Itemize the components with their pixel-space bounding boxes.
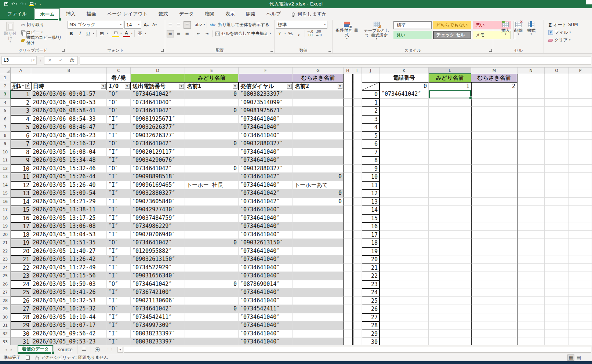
- cell-J29[interactable]: 26: [362, 305, 379, 313]
- confirm-entry-icon[interactable]: ✓: [59, 58, 62, 63]
- cell-G23[interactable]: [293, 255, 344, 264]
- cell-I7[interactable]: [352, 123, 362, 132]
- cell-D1[interactable]: [131, 74, 185, 82]
- cell-O12[interactable]: [545, 165, 569, 173]
- cell-I9[interactable]: [352, 140, 362, 148]
- cell-F13[interactable]: ″0734641042″: [239, 173, 293, 181]
- cell-D18[interactable]: ″09037484759″: [131, 214, 185, 223]
- cell-E6[interactable]: [185, 115, 239, 124]
- cell-O31[interactable]: [545, 321, 569, 330]
- col-header-E[interactable]: E: [185, 68, 239, 74]
- col-header-P[interactable]: P: [569, 68, 592, 74]
- cell-H14[interactable]: [344, 181, 352, 190]
- cell-B8[interactable]: 2026/03/06_08:46-23: [31, 132, 107, 140]
- cell-M25[interactable]: [471, 272, 517, 280]
- filter-dropdown-icon[interactable]: ▼: [25, 84, 30, 89]
- cell-P6[interactable]: [569, 115, 592, 124]
- cell-G9[interactable]: [293, 140, 344, 148]
- col-header-J[interactable]: J: [362, 68, 379, 74]
- cell-A5[interactable]: 3: [11, 107, 31, 115]
- cell-E33[interactable]: [185, 338, 239, 345]
- cell-O22[interactable]: [545, 247, 569, 256]
- cell-G17[interactable]: [293, 206, 344, 214]
- cell-N1[interactable]: [517, 74, 545, 82]
- cell-J21[interactable]: 18: [362, 239, 379, 247]
- cell-G19[interactable]: [293, 222, 344, 231]
- cell-L18[interactable]: [429, 214, 471, 223]
- cell-G1[interactable]: むらさき名前: [293, 74, 344, 82]
- cell-P15[interactable]: [569, 189, 592, 198]
- cell-H21[interactable]: [344, 239, 352, 247]
- cell-B31[interactable]: 2026/03/05_10:07-17: [31, 321, 107, 330]
- cell-O33[interactable]: [545, 338, 569, 345]
- shrink-font-button[interactable]: A▾: [151, 21, 158, 29]
- row-header-15[interactable]: 15: [0, 189, 11, 198]
- cell-A18[interactable]: 16: [11, 214, 31, 223]
- dialog-launcher-icon[interactable]: [270, 49, 273, 52]
- row-header-23[interactable]: 23: [0, 255, 11, 264]
- cell-K6[interactable]: [379, 115, 429, 124]
- cell-A17[interactable]: 15: [11, 206, 31, 214]
- cell-F8[interactable]: ″0734641040″: [239, 132, 293, 140]
- cell-K13[interactable]: [379, 173, 429, 181]
- cell-K15[interactable]: [379, 189, 429, 198]
- row-header-7[interactable]: 7: [0, 123, 11, 132]
- prev-sheet-icon[interactable]: ◂: [5, 347, 7, 352]
- percent-style-button[interactable]: %: [287, 30, 294, 37]
- cell-G24[interactable]: [293, 264, 344, 272]
- cell-O4[interactable]: [545, 99, 569, 107]
- cell-F22[interactable]: ″0734641040″: [239, 247, 293, 256]
- cell-H19[interactable]: [344, 222, 352, 231]
- row-header-5[interactable]: 5: [0, 107, 11, 115]
- cell-I16[interactable]: [352, 198, 362, 206]
- cell-H6[interactable]: [344, 115, 352, 124]
- cell-A6[interactable]: 4: [11, 115, 31, 124]
- font-name-combo[interactable]: MS ゴシック▾: [68, 21, 123, 29]
- page-layout-view-icon[interactable]: ▤: [577, 355, 581, 360]
- cell-L8[interactable]: [429, 132, 471, 140]
- cell-K20[interactable]: [379, 231, 429, 239]
- cell-M30[interactable]: [471, 313, 517, 322]
- delete-cells-button[interactable]: ✕ 削除 ▾: [513, 21, 524, 36]
- col-header-D[interactable]: D: [131, 68, 185, 74]
- cell-D7[interactable]: ″09032626377″: [131, 123, 185, 132]
- cell-A1[interactable]: [11, 74, 31, 82]
- cell-L19[interactable]: [429, 222, 471, 231]
- cell-B9[interactable]: 2026/03/05_17:16-32: [31, 140, 107, 148]
- cell-B10[interactable]: 2026/03/05_16:08-04: [31, 148, 107, 157]
- cell-J3[interactable]: 0: [362, 90, 379, 99]
- cell-C29[interactable]: ″O″: [107, 305, 131, 313]
- cell-E13[interactable]: [185, 173, 239, 181]
- cell-C9[interactable]: ″O″: [107, 140, 131, 148]
- filter-header-B[interactable]: 日時▼: [31, 82, 107, 90]
- cell-I24[interactable]: [352, 264, 362, 272]
- cell-P25[interactable]: [569, 272, 592, 280]
- filter-header-G[interactable]: 名前2▼: [293, 82, 344, 90]
- cell-O6[interactable]: [545, 115, 569, 124]
- cell-P8[interactable]: [569, 132, 592, 140]
- cell-F23[interactable]: ″0734641040″: [239, 255, 293, 264]
- cell-O26[interactable]: [545, 280, 569, 289]
- align-middle-button[interactable]: ≡: [175, 21, 182, 29]
- cell-A31[interactable]: 29: [11, 321, 31, 330]
- cell-L3[interactable]: [429, 90, 471, 99]
- scrollbar-track[interactable]: [124, 347, 591, 353]
- cell-I13[interactable]: [352, 173, 362, 181]
- cell-L11[interactable]: [429, 156, 471, 165]
- row-header-29[interactable]: 29: [0, 305, 11, 313]
- cell-I23[interactable]: [352, 255, 362, 264]
- cell-E26[interactable]: 0: [185, 280, 239, 289]
- cell-O13[interactable]: [545, 173, 569, 181]
- cell-O11[interactable]: [545, 156, 569, 165]
- cell-K17[interactable]: [379, 206, 429, 214]
- col-header-M[interactable]: M: [471, 68, 517, 74]
- row-header-17[interactable]: 17: [0, 206, 11, 214]
- dialog-launcher-icon[interactable]: [62, 49, 65, 52]
- cell-M12[interactable]: [471, 165, 517, 173]
- cell-M27[interactable]: [471, 288, 517, 297]
- cell-G8[interactable]: [293, 132, 344, 140]
- cell-G5[interactable]: [293, 107, 344, 115]
- cell-B4[interactable]: 2026/03/06_09:00-53: [31, 99, 107, 107]
- cell-P3[interactable]: [569, 90, 592, 99]
- row-header-20[interactable]: 20: [0, 231, 11, 239]
